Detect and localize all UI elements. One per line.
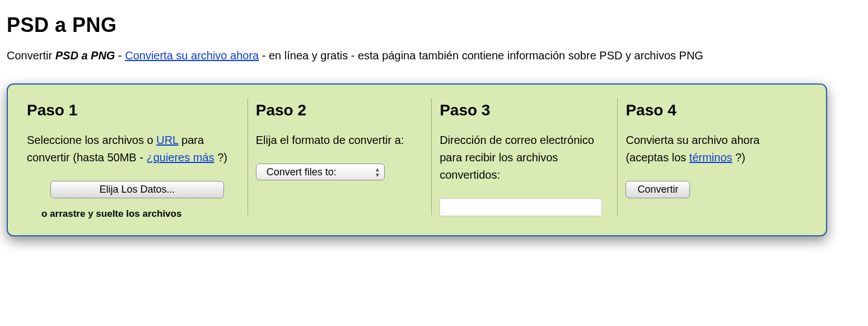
subtitle-format: PSD a PNG [55, 49, 115, 62]
steps-panel: Paso 1 Seleccione los archivos o URL par… [7, 83, 827, 236]
page-subtitle: Convertir PSD a PNG - Convierta su archi… [7, 49, 861, 62]
drag-drop-note: o arrastre y suelte los archivos [41, 208, 234, 220]
step-2-title: Paso 2 [256, 101, 418, 119]
step-1: Paso 1 Seleccione los archivos o URL par… [19, 95, 248, 220]
step-3: Paso 3 Dirección de correo electrónico p… [431, 95, 617, 220]
format-select-label: Convert files to: [267, 166, 337, 178]
step-3-desc: Dirección de correo electrónico para rec… [440, 132, 604, 184]
step-1-title: Paso 1 [27, 101, 234, 119]
email-input[interactable] [440, 198, 602, 216]
step-2-desc: Elija el formato de convertir a: [256, 132, 418, 149]
step-4: Paso 4 Convierta su archivo ahora (acept… [617, 95, 816, 220]
format-select[interactable]: Convert files to: ▴▾ [256, 164, 385, 180]
choose-file-button[interactable]: Elija Los Datos... [50, 181, 224, 198]
subtitle-sep1: - [115, 49, 125, 62]
subtitle-pre: Convertir [7, 49, 55, 62]
step-2: Paso 2 Elija el formato de convertir a: … [248, 95, 431, 220]
url-link[interactable]: URL [156, 134, 178, 146]
convert-button[interactable]: Convertir [626, 181, 690, 198]
subtitle-post: - en línea y gratis - esta página tambié… [259, 49, 703, 62]
chevron-updown-icon: ▴▾ [376, 166, 379, 178]
step-4-title: Paso 4 [626, 101, 802, 119]
terms-link[interactable]: términos [689, 151, 732, 164]
want-more-link[interactable]: ¿quieres más [146, 151, 214, 164]
step-1-desc-pre: Seleccione los archivos o [27, 134, 156, 146]
step-1-desc-post: ?) [214, 151, 227, 164]
step-4-desc: Convierta su archivo ahora (aceptas los … [626, 132, 802, 166]
step-1-desc: Seleccione los archivos o URL para conve… [27, 132, 234, 166]
convert-now-link[interactable]: Convierta su archivo ahora [125, 49, 259, 62]
step-3-title: Paso 3 [440, 101, 604, 119]
page-title: PSD a PNG [7, 13, 861, 37]
step-4-desc-post: ?) [732, 151, 745, 164]
